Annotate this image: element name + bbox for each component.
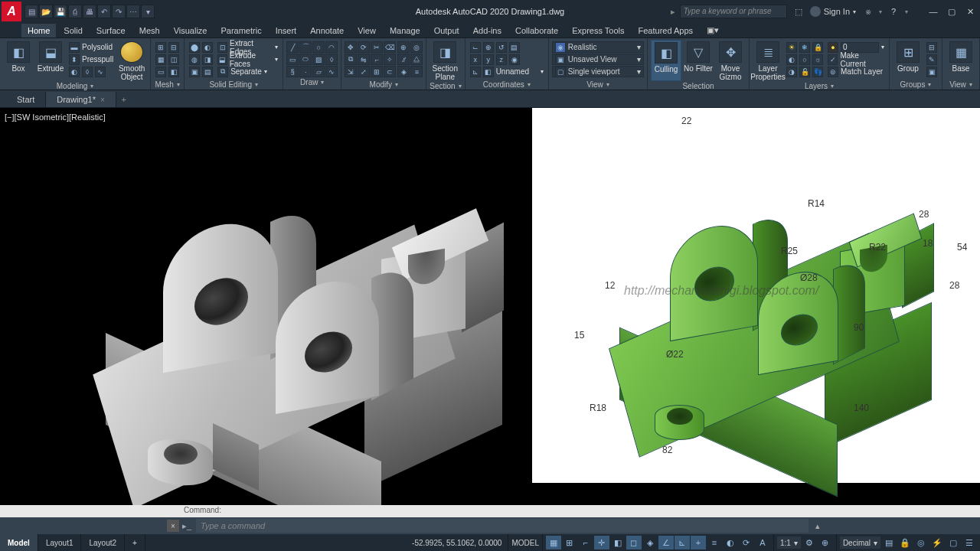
new-tab-button[interactable]: + (116, 92, 132, 107)
culling-button[interactable]: ◧Culling (651, 40, 681, 81)
fillet-icon[interactable]: ⌐ (371, 54, 383, 65)
cleanscreen-icon[interactable]: ▢ (946, 536, 961, 549)
slice-icon[interactable]: ◨ (202, 54, 213, 65)
explode-icon[interactable]: ✧ (384, 54, 396, 65)
dynamic-ucs-icon[interactable]: ⊾ (675, 536, 690, 549)
ucs-prev-icon[interactable]: ↺ (496, 42, 507, 53)
otrack-icon[interactable]: ∠ (658, 536, 674, 549)
snap-icon[interactable]: ⊞ (562, 536, 577, 549)
qat-new-icon[interactable]: ▤ (24, 5, 38, 18)
tab-collaborate[interactable]: Collaborate (509, 24, 564, 37)
poly3d-icon[interactable]: ◊ (325, 54, 338, 65)
tab-parametric[interactable]: Parametric (214, 24, 267, 37)
helix-icon[interactable]: § (286, 66, 299, 77)
copy-icon[interactable]: ⧉ (345, 54, 357, 65)
layer-props-button[interactable]: ≣Layer Properties (753, 40, 783, 81)
mesh-split-icon[interactable]: ◧ (168, 67, 179, 77)
tab-express[interactable]: Express Tools (566, 24, 630, 37)
lockui-icon[interactable]: 🔒 (897, 536, 913, 549)
panel-title-solidedit[interactable]: Solid Editing (188, 80, 279, 90)
ucs-x-icon[interactable]: x (470, 54, 481, 65)
tab-surface[interactable]: Surface (90, 24, 132, 37)
ucs-icon[interactable]: ⌙ (470, 42, 481, 53)
close-tab-icon[interactable]: × (100, 96, 105, 104)
layer-freeze-icon[interactable]: ❄ (799, 42, 810, 53)
3dmove-icon[interactable]: ⊕ (397, 41, 410, 53)
qat-open-icon[interactable]: 📂 (39, 5, 53, 18)
intersect-icon[interactable]: ◍ (189, 54, 200, 65)
transparency-icon[interactable]: ◐ (723, 536, 738, 549)
match-layer-button[interactable]: ⊜Match Layer (826, 66, 886, 77)
region-icon[interactable]: ▱ (312, 66, 325, 77)
extrude-button[interactable]: ⬓Extrude (35, 40, 66, 81)
separate-button[interactable]: ⧉Separate▾ (216, 66, 279, 77)
visual-style-dropdown[interactable]: ◉ Realistic▾ (552, 41, 644, 53)
circle-icon[interactable]: ○ (312, 41, 325, 53)
layer-lock-icon[interactable]: 🔒 (812, 42, 823, 53)
spline-icon[interactable]: ∿ (325, 66, 338, 77)
array-icon[interactable]: ⊞ (371, 66, 383, 77)
customize-icon[interactable]: ☰ (962, 536, 977, 549)
ucs-world-icon[interactable]: ⊕ (483, 42, 494, 53)
tab-addins[interactable]: Add-ins (467, 24, 508, 37)
qat-saveas-icon[interactable]: ⎙ (68, 5, 82, 18)
panel-title-groups[interactable]: Groups (893, 80, 939, 90)
qat-dropdown-icon[interactable]: ▾ (141, 5, 155, 18)
trim-icon[interactable]: ✂ (371, 41, 383, 53)
command-input[interactable]: Type a command (196, 519, 808, 533)
mesh-crease-icon[interactable]: ◫ (168, 54, 179, 65)
hardware-accel-icon[interactable]: ⚡ (929, 536, 945, 549)
group-button[interactable]: ⊞Group (893, 40, 923, 80)
arc-icon[interactable]: ◠ (325, 41, 338, 53)
osnap-icon[interactable]: ◻ (626, 536, 642, 549)
tab-visualize[interactable]: Visualize (168, 24, 214, 37)
3drotate-icon[interactable]: ◎ (410, 41, 423, 53)
layer-uniso-icon[interactable]: ◑ (786, 67, 797, 77)
scale-icon[interactable]: ⤢ (358, 66, 370, 77)
tab-insert[interactable]: Insert (270, 24, 303, 37)
ungroup-icon[interactable]: ⊟ (926, 42, 937, 53)
lwt-icon[interactable]: ≡ (707, 536, 722, 549)
saved-view-dropdown[interactable]: ▣ Unsaved View▾ (552, 54, 644, 65)
layer-unlock-icon[interactable]: 🔓 (799, 67, 810, 77)
tab-output[interactable]: Output (428, 24, 466, 37)
smooth-object-button[interactable]: Smooth Object (116, 40, 147, 81)
units-dropdown[interactable]: Decimal▾ (840, 536, 880, 549)
cmd-recent-button[interactable]: ▴ (812, 520, 824, 532)
ortho-icon[interactable]: ⌐ (578, 536, 593, 549)
dyn-input-icon[interactable]: + (691, 536, 706, 549)
modeltab-layout1[interactable]: Layout1 (38, 534, 82, 551)
model-space-label[interactable]: MODEL (511, 539, 539, 547)
qat-plot-icon[interactable]: 🖶 (83, 5, 96, 18)
iso-icon[interactable]: ◧ (610, 536, 626, 549)
make-current-button[interactable]: ✓Make Current (826, 54, 886, 65)
imprint-icon[interactable]: ▤ (202, 67, 213, 77)
rotate-icon[interactable]: ⟳ (358, 41, 370, 53)
modeltab-add[interactable]: + (125, 534, 145, 551)
modeltab-model[interactable]: Model (0, 534, 38, 551)
quickprops-icon[interactable]: ▤ (881, 536, 897, 549)
layer-iso-icon[interactable]: ◐ (786, 54, 797, 65)
search-input[interactable]: Type a keyword or phrase (680, 5, 787, 18)
base-view-button[interactable]: ▦Base (946, 40, 976, 80)
anno-monitor-icon[interactable]: ⊕ (818, 536, 833, 549)
mesh-refine-icon[interactable]: ▦ (155, 54, 166, 65)
minimize-button[interactable]: — (926, 5, 940, 18)
start-tab[interactable]: Start (6, 92, 46, 107)
panel-title-coordinates[interactable]: Coordinates (469, 80, 545, 90)
subtract-icon[interactable]: ◐ (202, 42, 213, 53)
nofilter-button[interactable]: ▽No Filter (683, 40, 714, 81)
qat-share-icon[interactable]: ⋯ (126, 5, 140, 18)
offset-icon[interactable]: ⊂ (384, 66, 396, 77)
ucs-y-icon[interactable]: y (483, 54, 494, 65)
infocenter-icon[interactable]: ⬚ (792, 5, 805, 18)
workspace-icon[interactable]: ⚙ (802, 536, 817, 549)
layer-thaw-icon[interactable]: ☼ (812, 54, 823, 65)
union-icon[interactable]: ⬤ (189, 42, 200, 53)
close-button[interactable]: ✕ (963, 5, 977, 18)
panel-title-draw[interactable]: Draw (286, 77, 338, 87)
tab-launcher-icon[interactable]: ▣▾ (701, 23, 725, 37)
cycling-icon[interactable]: ⟳ (739, 536, 754, 549)
stretch-icon[interactable]: ⇲ (345, 66, 357, 77)
app-menu-button[interactable]: A (2, 2, 21, 21)
